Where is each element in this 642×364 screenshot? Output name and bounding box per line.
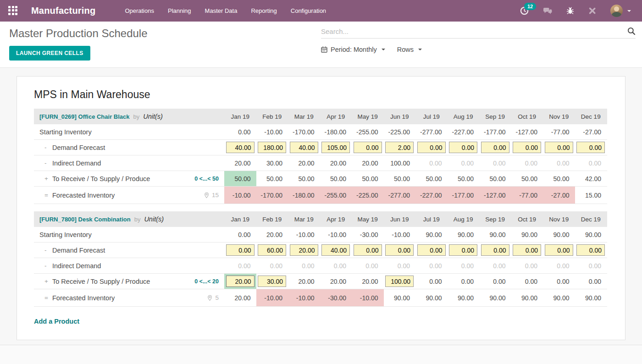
demand-forecast-input[interactable] [226, 142, 255, 153]
cell-to-receive[interactable]: 20.00 [352, 274, 384, 289]
messages-icon[interactable] [542, 7, 553, 15]
row-annotation [197, 227, 224, 242]
cell-to-receive[interactable]: 50.00 [320, 171, 352, 186]
bug-icon[interactable] [566, 7, 574, 15]
to-receive-input[interactable] [258, 276, 286, 287]
cell-to-receive[interactable]: 50.00 [224, 171, 256, 186]
cell-to-receive[interactable]: 0.00 [543, 274, 575, 289]
cell-forecasted-inventory: 90.00 [511, 289, 543, 306]
demand-forecast-input[interactable] [576, 142, 605, 153]
tools-icon[interactable] [588, 6, 597, 15]
demand-forecast-input[interactable] [290, 142, 318, 153]
cell-indirect-demand: 0.00 [415, 155, 448, 171]
demand-forecast-input[interactable] [385, 142, 414, 153]
rows-filter[interactable]: Rows [397, 46, 422, 53]
menu-configuration[interactable]: Configuration [290, 6, 327, 16]
cell-forecasted-inventory: -30.00 [320, 289, 352, 306]
to-receive-input[interactable] [226, 276, 255, 287]
launch-green-cells-button[interactable]: LAUNCH GREEN CELLS [9, 46, 90, 61]
cell-to-receive[interactable]: 20.00 [288, 274, 320, 289]
row-label-zone: Starting Inventory [34, 227, 197, 242]
demand-forecast-input[interactable] [481, 244, 509, 256]
menu-operations[interactable]: Operations [124, 6, 155, 16]
demand-forecast-input[interactable] [290, 244, 318, 256]
cell-indirect-demand: 0.00 [479, 155, 511, 171]
cell-to-receive[interactable]: 0.00 [415, 274, 448, 289]
cell-to-receive[interactable]: 0.00 [448, 274, 480, 289]
row-label-zone: -Demand Forecast [34, 140, 197, 155]
apps-grid-icon[interactable] [8, 6, 18, 16]
cell-to-receive[interactable]: 50.00 [415, 171, 448, 186]
demand-forecast-input[interactable] [545, 244, 573, 256]
product-name-link[interactable]: [FURN_7800] Desk Combination [39, 216, 131, 223]
month-header: Oct 19 [511, 109, 543, 124]
user-caret-down-icon [627, 10, 631, 12]
cell-to-receive [256, 274, 288, 289]
row-annotation: 0 <...< 50 [197, 171, 224, 186]
row-annotation [197, 258, 224, 273]
menu-planning[interactable]: Planning [167, 6, 192, 16]
menu-reporting[interactable]: Reporting [250, 6, 277, 16]
product-header-row: [FURN_7800] Desk CombinationbyUnit(s)Jan… [34, 211, 607, 227]
app-title[interactable]: Manufacturing [31, 6, 95, 16]
cell-starting-inventory: 0.00 [224, 124, 256, 139]
cell-to-receive[interactable]: 0.00 [575, 274, 607, 289]
search-input[interactable] [321, 28, 627, 35]
demand-forecast-input[interactable] [545, 142, 573, 153]
cell-indirect-demand: 0.00 [575, 155, 607, 171]
cell-to-receive[interactable]: 50.00 [352, 171, 384, 186]
cell-to-receive[interactable]: 0.00 [479, 274, 511, 289]
row-demand-forecast: -Demand Forecast [34, 140, 607, 155]
cell-to-receive[interactable]: 50.00 [511, 171, 543, 186]
demand-forecast-input[interactable] [258, 142, 286, 153]
search-icon[interactable] [627, 27, 636, 35]
cell-to-receive[interactable]: 50.00 [288, 171, 320, 186]
menu-master-data[interactable]: Master Data [204, 6, 238, 16]
product-header-label: [FURN_0269] Office Chair BlackbyUnit(s) [34, 109, 197, 124]
cell-starting-inventory: -177.00 [479, 124, 511, 139]
cell-demand-forecast [224, 243, 256, 258]
to-receive-input[interactable] [385, 276, 414, 287]
product-name-link[interactable]: [FURN_0269] Office Chair Black [39, 113, 130, 120]
demand-forecast-input[interactable] [354, 142, 382, 153]
demand-forecast-input[interactable] [576, 244, 605, 256]
cell-to-receive[interactable]: 42.00 [575, 171, 607, 186]
cell-to-receive[interactable]: 50.00 [256, 171, 288, 186]
demand-forecast-input[interactable] [449, 142, 477, 153]
demand-forecast-input[interactable] [513, 244, 541, 256]
safety-stock-value: 5 [215, 294, 219, 301]
activity-clock-icon[interactable]: 12 [520, 6, 529, 15]
period-filter[interactable]: Period: Monthly [321, 46, 385, 53]
demand-forecast-input[interactable] [481, 142, 509, 153]
cell-starting-inventory: 90.00 [448, 227, 480, 242]
demand-forecast-input[interactable] [417, 244, 446, 256]
demand-forecast-input[interactable] [385, 244, 414, 256]
month-header: Nov 19 [543, 211, 575, 227]
demand-forecast-input[interactable] [258, 244, 286, 256]
add-product-link[interactable]: Add a Product [34, 318, 79, 325]
demand-forecast-input[interactable] [354, 244, 382, 256]
demand-forecast-input[interactable] [417, 142, 446, 153]
demand-forecast-input[interactable] [321, 142, 350, 153]
cell-starting-inventory: -10.00 [320, 227, 352, 242]
cell-to-receive[interactable]: 50.00 [448, 171, 480, 186]
cell-to-receive[interactable]: 50.00 [384, 171, 416, 186]
cell-starting-inventory: 90.00 [415, 227, 448, 242]
demand-forecast-input[interactable] [449, 244, 477, 256]
cell-forecasted-inventory: 90.00 [384, 289, 416, 306]
cell-to-receive[interactable]: 20.00 [320, 274, 352, 289]
row-prefix: + [44, 175, 52, 182]
cell-to-receive[interactable]: 0.00 [511, 274, 543, 289]
demand-forecast-input[interactable] [226, 244, 255, 256]
month-header: Sep 19 [479, 211, 511, 227]
cell-to-receive[interactable]: 50.00 [543, 171, 575, 186]
row-prefix: = [44, 192, 52, 199]
cell-to-receive[interactable]: 50.00 [479, 171, 511, 186]
demand-forecast-input[interactable] [321, 244, 350, 256]
mps-card: MPS in Main Warehouse [FURN_0269] Office… [17, 76, 625, 340]
cell-starting-inventory: -30.00 [352, 227, 384, 242]
demand-forecast-input[interactable] [513, 142, 541, 153]
user-menu[interactable] [610, 5, 623, 17]
cell-starting-inventory: 90.00 [511, 227, 543, 242]
month-header: Sep 19 [479, 109, 511, 124]
